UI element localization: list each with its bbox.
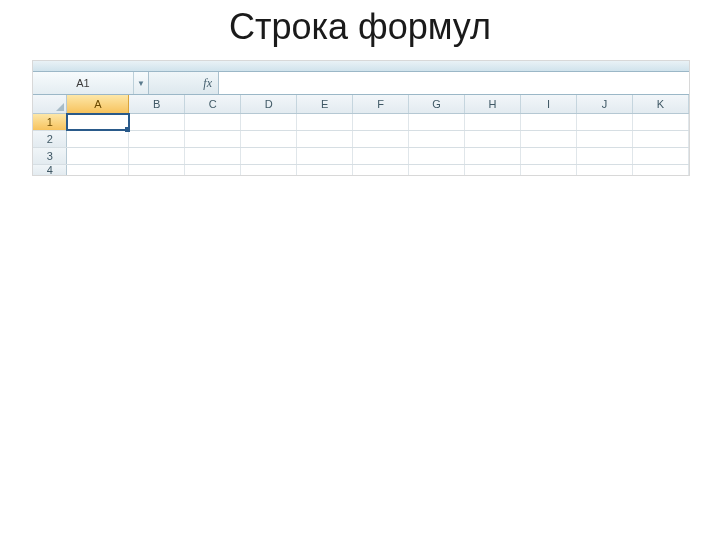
column-header-B[interactable]: B — [129, 95, 185, 113]
name-box-value: A1 — [33, 77, 133, 89]
cell[interactable] — [185, 114, 241, 130]
grid-row: 1 — [33, 114, 689, 131]
cell[interactable] — [129, 131, 185, 147]
cell[interactable] — [241, 114, 297, 130]
row-header-4[interactable]: 4 — [33, 165, 67, 175]
cell[interactable] — [297, 165, 353, 175]
cell[interactable] — [129, 148, 185, 164]
column-header-K[interactable]: K — [633, 95, 689, 113]
column-header-I[interactable]: I — [521, 95, 577, 113]
cell[interactable] — [353, 131, 409, 147]
cell[interactable] — [521, 165, 577, 175]
cell[interactable] — [577, 148, 633, 164]
cell[interactable] — [129, 165, 185, 175]
cell[interactable] — [633, 131, 689, 147]
column-header-A[interactable]: A — [67, 95, 129, 113]
cell[interactable] — [409, 165, 465, 175]
cell[interactable] — [521, 114, 577, 130]
cell[interactable] — [577, 114, 633, 130]
column-header-F[interactable]: F — [353, 95, 409, 113]
cell[interactable] — [577, 131, 633, 147]
cell[interactable] — [409, 114, 465, 130]
grid-rows: 1 2 3 — [33, 114, 689, 175]
cell[interactable] — [409, 148, 465, 164]
fx-button-group: fx — [149, 72, 219, 94]
grid-row: 3 — [33, 148, 689, 165]
cell[interactable] — [185, 148, 241, 164]
column-header-C[interactable]: C — [185, 95, 241, 113]
column-header-J[interactable]: J — [577, 95, 633, 113]
ribbon-strip — [33, 61, 689, 72]
cell[interactable] — [465, 114, 521, 130]
cell[interactable] — [297, 114, 353, 130]
cell[interactable] — [297, 131, 353, 147]
cell[interactable] — [633, 165, 689, 175]
cell[interactable] — [185, 165, 241, 175]
grid-row: 2 — [33, 131, 689, 148]
cell[interactable] — [633, 114, 689, 130]
cell[interactable] — [633, 148, 689, 164]
name-box-dropdown-icon[interactable]: ▼ — [133, 72, 148, 94]
column-header-E[interactable]: E — [297, 95, 353, 113]
excel-screenshot: A1 ▼ fx A B C D E F G H I J K 1 — [32, 60, 690, 176]
cell[interactable] — [129, 114, 185, 130]
cell[interactable] — [241, 131, 297, 147]
fx-icon[interactable]: fx — [203, 76, 212, 91]
cell[interactable] — [465, 148, 521, 164]
name-box[interactable]: A1 ▼ — [33, 72, 149, 94]
cell[interactable] — [465, 131, 521, 147]
cell[interactable] — [353, 114, 409, 130]
column-header-D[interactable]: D — [241, 95, 297, 113]
cell[interactable] — [67, 165, 129, 175]
cell[interactable] — [353, 148, 409, 164]
cell[interactable] — [241, 165, 297, 175]
select-all-button[interactable] — [33, 95, 67, 113]
cell[interactable] — [185, 131, 241, 147]
cell-A1[interactable] — [67, 114, 129, 130]
formula-bar: A1 ▼ fx — [33, 72, 689, 95]
cell[interactable] — [353, 165, 409, 175]
slide-title: Строка формул — [0, 6, 720, 48]
column-header-row: A B C D E F G H I J K — [33, 95, 689, 114]
row-header-1[interactable]: 1 — [33, 114, 67, 130]
cell[interactable] — [521, 131, 577, 147]
cell[interactable] — [67, 131, 129, 147]
grid-row: 4 — [33, 165, 689, 175]
column-header-H[interactable]: H — [465, 95, 521, 113]
cell[interactable] — [409, 131, 465, 147]
cell[interactable] — [241, 148, 297, 164]
cell[interactable] — [577, 165, 633, 175]
cell[interactable] — [67, 148, 129, 164]
row-header-2[interactable]: 2 — [33, 131, 67, 147]
cell[interactable] — [297, 148, 353, 164]
column-header-G[interactable]: G — [409, 95, 465, 113]
cell[interactable] — [465, 165, 521, 175]
row-header-3[interactable]: 3 — [33, 148, 67, 164]
cell[interactable] — [521, 148, 577, 164]
formula-input[interactable] — [219, 72, 689, 94]
